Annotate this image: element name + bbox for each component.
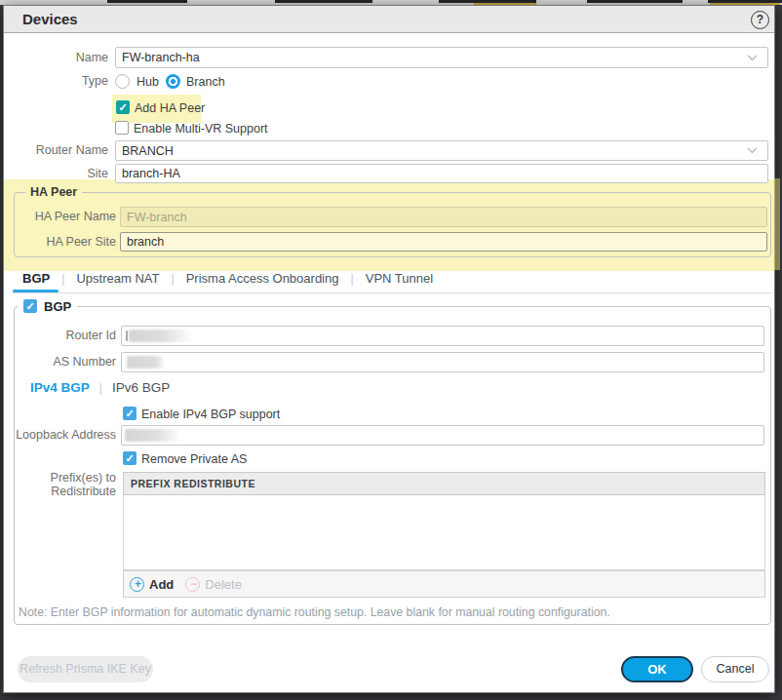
radio-branch[interactable] xyxy=(166,74,180,89)
bgp-legend: BGP xyxy=(18,298,77,314)
multi-vr-label: Enable Multi-VR Support xyxy=(134,122,268,136)
radio-hub[interactable] xyxy=(115,74,130,89)
add-icon: + xyxy=(130,577,144,592)
bgp-note: Note: Enter BGP information for automati… xyxy=(19,605,610,619)
tab-divider: | xyxy=(171,272,174,286)
bgp-legend-label: BGP xyxy=(44,299,71,314)
as-number-redaction xyxy=(127,356,164,369)
ha-peer-name-label: HA Peer Name xyxy=(4,207,116,227)
delete-icon: − xyxy=(185,577,200,592)
name-label: Name xyxy=(4,47,108,68)
dialog-title: Devices xyxy=(22,11,78,27)
loopback-input[interactable] xyxy=(121,425,764,446)
redacted-menu-item xyxy=(587,0,683,3)
add-ha-peer-label: Add HA Peer xyxy=(135,101,205,115)
devices-dialog: Devices ? Name FW-branch-ha Type Hub Bra… xyxy=(3,5,775,693)
help-icon[interactable]: ? xyxy=(751,11,769,29)
tab-prisma-access-onboarding[interactable]: Prisma Access Onboarding xyxy=(186,271,339,286)
router-id-input[interactable] xyxy=(121,326,764,346)
name-value: FW-branch-ha xyxy=(122,51,200,64)
add-ha-peer-checkbox[interactable] xyxy=(116,100,130,114)
router-name-select[interactable]: BRANCH xyxy=(115,140,768,161)
radio-hub-label: Hub xyxy=(137,75,159,89)
loopback-label: Loopback Address xyxy=(4,425,116,446)
ha-peer-legend: HA Peer xyxy=(25,185,82,199)
tab-bar: BGP | Upstream NAT | Prisma Access Onboa… xyxy=(22,271,433,286)
redacted-menu-item xyxy=(439,0,536,3)
ok-button[interactable]: OK xyxy=(621,656,693,682)
enable-ipv4-label: Enable IPv4 BGP support xyxy=(141,408,280,421)
prefix-table-footer: + Add − Delete xyxy=(123,570,765,598)
redacted-menu-item xyxy=(275,0,372,3)
type-label: Type xyxy=(4,73,108,90)
prefix-redistribute-label: Prefix(es) to Redistribute xyxy=(4,472,116,498)
tab-separator-line xyxy=(13,292,771,293)
ha-peer-site-label: HA Peer Site xyxy=(4,232,116,252)
chevron-down-icon xyxy=(747,55,758,61)
highlight-edge-fragment xyxy=(773,178,780,270)
subtab-ipv6-bgp[interactable]: IPv6 BGP xyxy=(112,380,170,395)
router-id-label: Router Id xyxy=(4,326,116,346)
as-number-input[interactable] xyxy=(121,352,764,372)
site-label: Site xyxy=(4,164,108,183)
prefix-table-header: PREFIX REDISTRIBUTE xyxy=(123,472,765,495)
dialog-titlebar: Devices ? xyxy=(4,6,774,33)
ha-peer-name-input xyxy=(120,207,767,227)
cancel-button[interactable]: Cancel xyxy=(701,656,769,682)
loopback-redaction xyxy=(125,429,181,442)
redacted-menu-item xyxy=(708,0,782,3)
as-number-label: AS Number xyxy=(4,352,116,372)
refresh-prisma-ike-key-button[interactable]: Refresh Prisma IKE Key xyxy=(18,656,153,682)
router-name-label: Router Name xyxy=(4,140,108,161)
tab-divider: | xyxy=(350,272,353,286)
bgp-checkbox[interactable] xyxy=(23,299,37,313)
tab-divider: | xyxy=(61,272,64,286)
name-select[interactable]: FW-branch-ha xyxy=(115,47,768,68)
remove-private-as-label: Remove Private AS xyxy=(141,452,247,466)
subtab-ipv4-bgp[interactable]: IPv4 BGP xyxy=(30,380,90,395)
chevron-down-icon xyxy=(747,147,758,154)
enable-ipv4-checkbox[interactable] xyxy=(123,407,137,420)
tab-bgp[interactable]: BGP xyxy=(22,271,50,286)
delete-button[interactable]: − Delete xyxy=(185,577,242,592)
ha-peer-site-input[interactable] xyxy=(120,232,767,252)
site-input[interactable] xyxy=(115,164,768,183)
tab-upstream-nat[interactable]: Upstream NAT xyxy=(76,271,159,286)
subtab-divider: | xyxy=(99,381,102,395)
bgp-subtab-bar: IPv4 BGP | IPv6 BGP xyxy=(30,380,170,395)
remove-private-as-checkbox[interactable] xyxy=(123,451,137,465)
redacted-menu-item xyxy=(107,0,187,3)
router-name-value: BRANCH xyxy=(122,144,174,158)
radio-branch-label: Branch xyxy=(186,75,225,89)
prefix-table-body xyxy=(123,495,765,570)
multi-vr-checkbox[interactable] xyxy=(115,121,129,135)
router-id-redaction-glyph xyxy=(126,331,128,341)
add-button[interactable]: + Add xyxy=(130,577,174,592)
router-id-redaction xyxy=(129,330,192,342)
tab-vpn-tunnel[interactable]: VPN Tunnel xyxy=(366,271,433,286)
